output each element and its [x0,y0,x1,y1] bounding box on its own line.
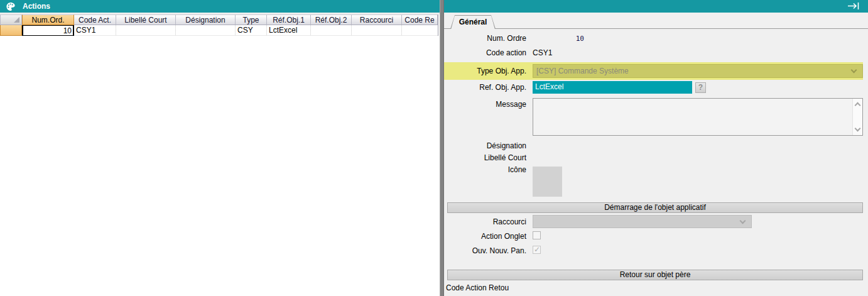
grid-row: 10 CSY1 CSY LctExcel [0,25,440,36]
action-onglet-checkbox[interactable] [533,231,541,239]
checkbox-check-icon: ✓ [534,245,540,254]
section-retour: Retour sur objet père [447,270,863,280]
icone-label: Icône [444,165,526,174]
raccourci-dropdown[interactable] [533,215,752,228]
corner-triangle-icon [14,17,19,23]
raccourci-label: Raccourci [444,217,526,226]
column-header-num-ord[interactable]: Num.Ord. [22,14,74,25]
section-demarrage: Démarrage de l'objet applicatif [447,202,863,213]
ouv-nouv-pan-label: Ouv. Nouv. Pan. [444,246,526,255]
cell-type[interactable]: CSY [236,25,267,36]
message-scrollbar[interactable] [852,99,862,135]
designation-label: Désignation [444,141,526,150]
window-title: Actions [23,2,50,11]
help-button[interactable]: ? [695,82,706,93]
code-action-value: CSY1 [533,48,552,57]
type-obj-app-row: Type Obj. App. [CSY] Commande Système [444,62,863,80]
icone-picture-box[interactable] [533,167,562,197]
ref-obj-app-label: Ref. Obj. App. [444,83,526,92]
code-action-label: Code action [444,48,526,57]
cell-designation[interactable] [176,25,236,36]
column-header-code-retour[interactable]: Code Re [402,14,438,25]
chevron-down-icon [851,67,857,74]
cell-editor-num-ord[interactable]: 10 [22,25,74,36]
num-ordre-label: Num. Ordre [444,34,526,43]
type-obj-app-value: [CSY] Commande Système [536,67,629,75]
message-label: Message [444,100,526,109]
cell-libelle-court[interactable] [116,25,176,36]
general-panel: Général Num. Ordre 10 Code action CSY1 T… [444,13,868,296]
cell-code-retour[interactable] [402,25,438,36]
column-header-type[interactable]: Type [236,14,267,25]
tab-strip-line [444,28,868,29]
scroll-down-icon[interactable] [855,126,861,132]
actions-window: Actions Num.Ord. Code Act. Libellé Court… [0,0,868,296]
splitter-handle[interactable] [440,0,444,296]
chevron-down-icon [740,218,746,224]
column-header-libelle-court[interactable]: Libellé Court [116,14,176,25]
message-textarea[interactable] [533,98,863,136]
action-onglet-label: Action Onglet [444,232,526,241]
ouv-nouv-pan-checkbox[interactable]: ✓ [533,246,541,254]
palette-icon [6,2,16,11]
grid-corner-cell[interactable] [0,14,22,25]
ref-obj-app-input[interactable]: LctExcel [533,81,692,94]
cell-ref-obj-2[interactable] [311,25,352,36]
title-bar: Actions [0,0,868,13]
actions-grid: Num.Ord. Code Act. Libellé Court Désigna… [0,14,440,36]
tab-label: Général [450,18,496,26]
cell-ref-obj-1[interactable]: LctExcel [267,25,311,36]
scroll-up-icon[interactable] [855,102,861,109]
grid-header-row: Num.Ord. Code Act. Libellé Court Désigna… [0,14,440,25]
tab-general[interactable]: Général [450,15,496,29]
type-obj-app-dropdown[interactable]: [CSY] Commande Système [533,64,863,78]
column-header-designation[interactable]: Désignation [176,14,236,25]
row-indicator-cell[interactable] [0,25,22,36]
num-ordre-value: 10 [533,35,584,43]
column-header-raccourci[interactable]: Raccourci [352,14,402,25]
column-header-code-act[interactable]: Code Act. [74,14,116,25]
cell-code-act[interactable]: CSY1 [74,25,116,36]
column-header-ref-obj-1[interactable]: Réf.Obj.1 [267,14,311,25]
code-action-retour-label: Code Action Retou [446,283,509,292]
column-header-ref-obj-2[interactable]: Réf.Obj.2 [311,14,352,25]
type-obj-app-label: Type Obj. App. [444,67,526,75]
libelle-court-label: Libellé Court [444,153,526,162]
grid-border [438,14,438,36]
arrow-to-bar-icon[interactable] [847,2,860,12]
cell-raccourci[interactable] [352,25,402,36]
